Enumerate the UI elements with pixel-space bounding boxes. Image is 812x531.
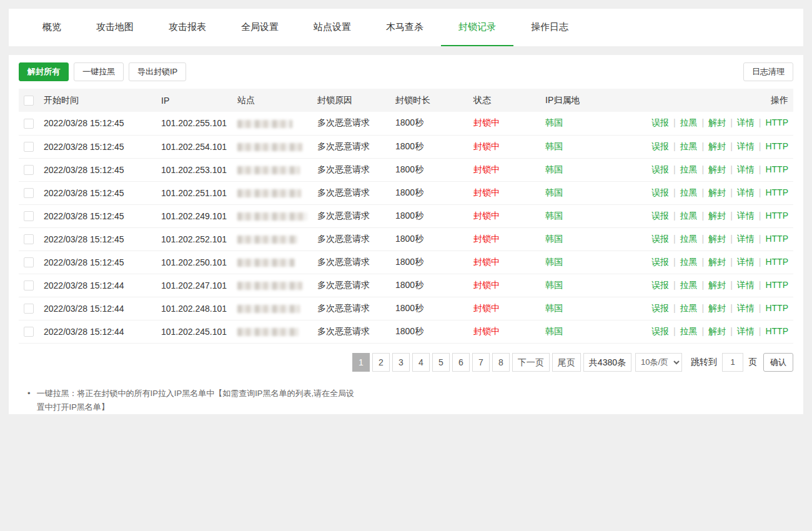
row-checkbox[interactable] — [24, 165, 34, 175]
tab-item-2[interactable]: 攻击报表 — [151, 9, 224, 46]
action-link-3[interactable]: 解封 — [708, 141, 726, 151]
action-link-1[interactable]: 误报 — [651, 257, 669, 267]
action-link-1[interactable]: 误报 — [651, 187, 669, 197]
action-link-5[interactable]: HTTP — [765, 164, 788, 174]
action-link-4[interactable]: 详情 — [737, 187, 755, 197]
block-duration-cell: 1800秒 — [390, 251, 468, 274]
unban-all-button[interactable]: 解封所有 — [19, 62, 69, 81]
row-checkbox[interactable] — [24, 257, 34, 267]
tab-item-1[interactable]: 攻击地图 — [79, 9, 151, 46]
page-button-1[interactable]: 1 — [352, 353, 370, 372]
tab-item-0[interactable]: 概览 — [25, 9, 79, 46]
page-button-5[interactable]: 5 — [432, 353, 450, 372]
action-link-3[interactable]: 解封 — [708, 211, 726, 221]
block-records-panel: 解封所有 一键拉黑 导出封锁IP 日志清理 开始时间 IP 站点 封锁原因 封锁… — [9, 55, 803, 414]
redacted-site-blur — [237, 282, 302, 290]
action-link-1[interactable]: 误报 — [651, 211, 669, 221]
action-link-2[interactable]: 拉黑 — [680, 303, 698, 313]
tab-item-5[interactable]: 木马查杀 — [369, 9, 441, 46]
action-link-5[interactable]: HTTP — [765, 257, 788, 267]
last-page-button[interactable]: 尾页 — [552, 353, 581, 372]
tab-item-4[interactable]: 站点设置 — [296, 9, 369, 46]
action-link-4[interactable]: 详情 — [737, 234, 755, 244]
row-checkbox[interactable] — [24, 188, 34, 198]
table-row: 2022/03/28 15:12:45 101.202.254.101 多次恶意… — [19, 135, 793, 158]
action-link-3[interactable]: 解封 — [708, 234, 726, 244]
row-checkbox[interactable] — [24, 304, 34, 314]
column-header-site: 站点 — [232, 89, 312, 112]
blacklist-hint-note: • 一键拉黑：将正在封锁中的所有IP拉入IP黑名单中【如需查询IP黑名单的列表,… — [27, 387, 793, 414]
action-link-3[interactable]: 解封 — [708, 257, 726, 267]
action-link-1[interactable]: 误报 — [651, 141, 669, 151]
export-blocked-ip-button[interactable]: 导出封锁IP — [129, 62, 186, 81]
page-button-3[interactable]: 3 — [392, 353, 410, 372]
action-link-1[interactable]: 误报 — [651, 280, 669, 290]
action-link-2[interactable]: 拉黑 — [680, 326, 698, 336]
row-checkbox[interactable] — [24, 234, 34, 244]
action-link-1[interactable]: 误报 — [651, 303, 669, 313]
action-link-2[interactable]: 拉黑 — [680, 117, 698, 127]
action-link-5[interactable]: HTTP — [765, 280, 788, 290]
row-checkbox[interactable] — [24, 280, 34, 290]
tab-item-7[interactable]: 操作日志 — [513, 9, 586, 46]
action-link-5[interactable]: HTTP — [765, 141, 788, 151]
action-link-4[interactable]: 详情 — [737, 164, 755, 174]
action-separator: | — [759, 326, 761, 336]
column-header-time: 开始时间 — [39, 89, 156, 112]
page-button-8[interactable]: 8 — [492, 353, 510, 372]
action-link-2[interactable]: 拉黑 — [680, 280, 698, 290]
block-reason-cell: 多次恶意请求 — [312, 320, 390, 343]
action-link-2[interactable]: 拉黑 — [680, 234, 698, 244]
page-button-4[interactable]: 4 — [412, 353, 430, 372]
action-link-4[interactable]: 详情 — [737, 326, 755, 336]
action-link-2[interactable]: 拉黑 — [680, 141, 698, 151]
page-button-6[interactable]: 6 — [452, 353, 470, 372]
action-separator: | — [730, 117, 733, 127]
action-link-4[interactable]: 详情 — [737, 303, 755, 313]
tab-item-6[interactable]: 封锁记录 — [441, 9, 513, 46]
action-link-4[interactable]: 详情 — [737, 257, 755, 267]
action-link-3[interactable]: 解封 — [708, 280, 726, 290]
action-link-2[interactable]: 拉黑 — [680, 164, 698, 174]
page-button-2[interactable]: 2 — [372, 353, 390, 372]
action-link-2[interactable]: 拉黑 — [680, 257, 698, 267]
action-link-1[interactable]: 误报 — [651, 117, 669, 127]
action-link-5[interactable]: HTTP — [765, 117, 788, 127]
page-size-select[interactable]: 10条/页 — [635, 353, 682, 372]
tab-item-3[interactable]: 全局设置 — [224, 9, 296, 46]
log-clean-button[interactable]: 日志清理 — [743, 62, 793, 81]
action-link-3[interactable]: 解封 — [708, 187, 726, 197]
action-link-2[interactable]: 拉黑 — [680, 211, 698, 221]
blacklist-all-button[interactable]: 一键拉黑 — [74, 62, 124, 81]
page-button-7[interactable]: 7 — [472, 353, 490, 372]
action-link-4[interactable]: 详情 — [737, 141, 755, 151]
row-checkbox[interactable] — [24, 119, 34, 129]
action-link-4[interactable]: 详情 — [737, 117, 755, 127]
action-link-5[interactable]: HTTP — [765, 211, 788, 221]
action-link-4[interactable]: 详情 — [737, 211, 755, 221]
action-separator: | — [730, 234, 733, 244]
action-link-5[interactable]: HTTP — [765, 234, 788, 244]
action-link-1[interactable]: 误报 — [651, 234, 669, 244]
action-link-5[interactable]: HTTP — [765, 303, 788, 313]
row-checkbox[interactable] — [24, 327, 34, 337]
jump-page-input[interactable] — [722, 353, 743, 372]
row-checkbox[interactable] — [24, 142, 34, 152]
action-link-4[interactable]: 详情 — [737, 280, 755, 290]
action-link-1[interactable]: 误报 — [651, 164, 669, 174]
action-link-3[interactable]: 解封 — [708, 164, 726, 174]
confirm-jump-button[interactable]: 确认 — [763, 353, 793, 372]
row-checkbox[interactable] — [24, 211, 34, 221]
next-page-button[interactable]: 下一页 — [512, 353, 550, 372]
toolbar: 解封所有 一键拉黑 导出封锁IP 日志清理 — [19, 62, 793, 81]
action-link-3[interactable]: 解封 — [708, 117, 726, 127]
block-reason-cell: 多次恶意请求 — [312, 158, 390, 181]
action-link-1[interactable]: 误报 — [651, 326, 669, 336]
action-link-3[interactable]: 解封 — [708, 303, 726, 313]
action-link-2[interactable]: 拉黑 — [680, 187, 698, 197]
action-link-5[interactable]: HTTP — [765, 326, 788, 336]
select-all-checkbox[interactable] — [24, 96, 34, 106]
ip-cell: 101.202.251.101 — [156, 181, 232, 204]
action-link-3[interactable]: 解封 — [708, 326, 726, 336]
action-link-5[interactable]: HTTP — [765, 187, 788, 197]
